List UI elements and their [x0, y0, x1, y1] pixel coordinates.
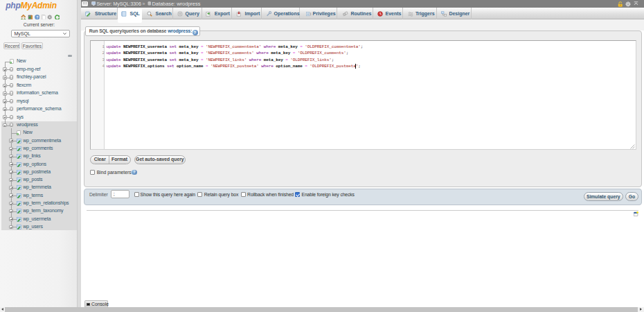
svg-text:?: ?: [36, 15, 38, 19]
